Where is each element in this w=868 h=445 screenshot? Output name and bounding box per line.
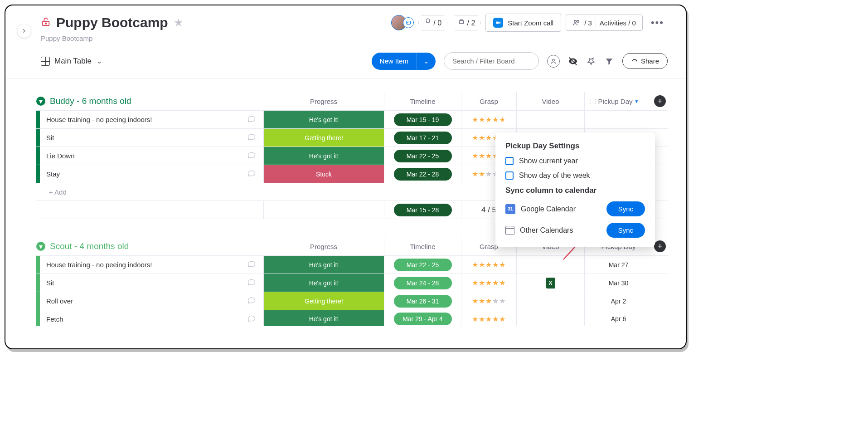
table-row[interactable]: Sit He's got it! Mar 24 - 28 ★★★★★ X Mar…: [36, 274, 668, 292]
hide-icon[interactable]: [568, 56, 578, 66]
expand-sidebar-button[interactable]: [17, 24, 31, 38]
video-cell[interactable]: [516, 310, 584, 326]
group-title[interactable]: Scout - 4 months old: [50, 241, 129, 251]
svg-point-7: [574, 20, 577, 23]
zoom-call-button[interactable]: Start Zoom call: [485, 14, 561, 32]
progress-cell[interactable]: Getting there!: [263, 129, 384, 147]
column-header-timeline[interactable]: Timeline: [384, 92, 461, 110]
group-collapse[interactable]: ▾: [36, 97, 45, 106]
group-title[interactable]: Buddy - 6 months old: [50, 96, 131, 106]
show-year-option[interactable]: Show current year: [505, 157, 645, 165]
item-name[interactable]: House training - no peeing indoors!: [40, 111, 263, 128]
table-row[interactable]: Fetch He's got it! Mar 29 - Apr 4 ★★★★★ …: [36, 310, 668, 326]
timeline-cell[interactable]: Mar 29 - Apr 4: [384, 310, 461, 326]
timeline-cell[interactable]: Mar 26 - 31: [384, 292, 461, 310]
item-name[interactable]: Lie Down: [40, 147, 263, 165]
svg-point-8: [577, 20, 579, 23]
video-cell[interactable]: X: [516, 274, 584, 292]
table-row[interactable]: Roll over Getting there! Mar 26 - 31 ★★★…: [36, 292, 668, 310]
timeline-cell[interactable]: Mar 22 - 25: [384, 147, 461, 165]
progress-cell[interactable]: Getting there!: [263, 292, 384, 310]
video-cell[interactable]: [516, 111, 584, 128]
excel-file-icon[interactable]: X: [546, 278, 555, 289]
other-calendar-row: Other Calendars Sync: [505, 223, 645, 238]
progress-cell[interactable]: Stuck: [263, 165, 384, 183]
pickup-cell[interactable]: Mar 27: [584, 256, 652, 274]
grasp-cell[interactable]: ★★★★★: [461, 256, 516, 274]
progress-cell[interactable]: He's got it!: [263, 147, 384, 165]
checkbox[interactable]: [505, 171, 514, 180]
search-input[interactable]: [444, 52, 539, 70]
pickup-cell[interactable]: Mar 30: [584, 274, 652, 292]
grasp-cell[interactable]: ★★★★★: [461, 111, 516, 128]
people-activities[interactable]: / 3 Activities / 0: [566, 15, 643, 31]
pickup-cell[interactable]: [584, 111, 652, 128]
show-weekday-option[interactable]: Show day of the week: [505, 171, 645, 180]
video-cell[interactable]: [516, 256, 584, 274]
chat-icon[interactable]: [247, 314, 257, 324]
integration-count[interactable]: / 2: [452, 15, 481, 30]
item-name[interactable]: Roll over: [40, 292, 263, 310]
timeline-cell[interactable]: Mar 17 - 21: [384, 129, 461, 147]
breadcrumb: Puppy Bootcamp: [5, 32, 686, 42]
view-selector[interactable]: Main Table ⌄: [41, 56, 102, 66]
timeline-cell[interactable]: Mar 22 - 25: [384, 256, 461, 274]
column-header-progress[interactable]: Progress: [263, 237, 384, 255]
column-header-video[interactable]: Video: [516, 92, 584, 110]
chat-icon[interactable]: [247, 132, 257, 143]
chat-icon[interactable]: [247, 169, 257, 179]
video-cell[interactable]: [516, 292, 584, 310]
grasp-cell[interactable]: ★★★★★: [461, 310, 516, 326]
column-header-grasp[interactable]: Grasp: [461, 92, 516, 110]
progress-cell[interactable]: He's got it!: [263, 111, 384, 128]
checkbox[interactable]: [505, 157, 514, 165]
table-icon: [41, 57, 50, 66]
pickup-cell[interactable]: Apr 2: [584, 292, 652, 310]
chat-icon[interactable]: [247, 259, 257, 270]
sync-google-button[interactable]: Sync: [606, 201, 645, 216]
column-settings-popover: Pickup Day Settings Show current year Sh…: [495, 132, 655, 247]
grasp-cell[interactable]: ★★★★★: [461, 292, 516, 310]
item-name[interactable]: House training - no peeing indoors!: [40, 256, 263, 274]
progress-cell[interactable]: He's got it!: [263, 274, 384, 292]
timeline-cell[interactable]: Mar 15 - 19: [384, 111, 461, 128]
table-row[interactable]: House training - no peeing indoors! He's…: [36, 255, 668, 274]
add-item[interactable]: + Add: [40, 188, 67, 196]
table-row[interactable]: House training - no peeing indoors! He's…: [36, 110, 668, 128]
add-column-button[interactable]: +: [654, 240, 666, 252]
chat-icon[interactable]: [247, 151, 257, 161]
sync-other-button[interactable]: Sync: [606, 223, 645, 238]
item-name[interactable]: Fetch: [40, 310, 263, 326]
automation-count[interactable]: / 0: [418, 15, 447, 30]
share-button[interactable]: Share: [622, 53, 668, 69]
new-item-dropdown[interactable]: ⌄: [417, 53, 436, 70]
board-title[interactable]: Puppy Bootcamp: [56, 15, 168, 30]
progress-cell[interactable]: He's got it!: [263, 256, 384, 274]
column-header-progress[interactable]: Progress: [263, 92, 384, 110]
chat-icon[interactable]: [247, 114, 257, 125]
add-column-button[interactable]: +: [654, 95, 666, 107]
timeline-cell[interactable]: Mar 24 - 28: [384, 274, 461, 292]
chat-icon[interactable]: [247, 296, 257, 306]
item-name[interactable]: Stay: [40, 165, 263, 183]
pickup-cell[interactable]: Apr 6: [584, 310, 652, 326]
pin-icon[interactable]: [586, 56, 596, 66]
item-name[interactable]: Sit: [40, 274, 263, 292]
column-header-pickup[interactable]: ⋮⋮Pickup Day▼: [584, 92, 652, 110]
new-item-button[interactable]: New Item ⌄: [372, 53, 436, 70]
group-collapse[interactable]: ▾: [36, 242, 45, 251]
timeline-cell[interactable]: Mar 22 - 28: [384, 165, 461, 183]
filter-icon[interactable]: [604, 56, 614, 66]
svg-point-9: [553, 59, 555, 61]
column-header-timeline[interactable]: Timeline: [384, 237, 461, 255]
chat-icon[interactable]: [247, 278, 257, 288]
lock-icon: [41, 16, 51, 29]
board-members[interactable]: [391, 15, 414, 30]
more-menu[interactable]: •••: [647, 17, 668, 29]
grasp-cell[interactable]: ★★★★★: [461, 274, 516, 292]
person-filter-icon[interactable]: [547, 55, 560, 68]
item-name[interactable]: Sit: [40, 129, 263, 147]
star-icon[interactable]: ★: [174, 16, 184, 29]
progress-cell[interactable]: He's got it!: [263, 310, 384, 326]
svg-rect-5: [496, 22, 499, 24]
